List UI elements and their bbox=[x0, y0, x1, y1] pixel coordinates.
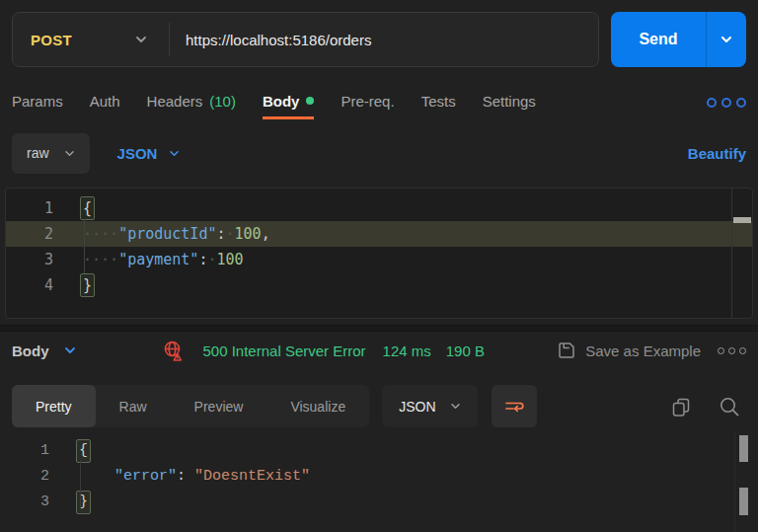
tab-tests[interactable]: Tests bbox=[421, 85, 456, 119]
response-view-toolbar: Pretty Raw Preview Visualize JSON bbox=[12, 385, 746, 427]
view-raw[interactable]: Raw bbox=[96, 385, 171, 427]
tab-settings[interactable]: Settings bbox=[483, 85, 536, 119]
method-selector[interactable]: POST bbox=[13, 32, 169, 48]
line-number: 2 bbox=[6, 221, 53, 247]
response-status: 500 Internal Server Error bbox=[203, 342, 366, 359]
body-format-value: raw bbox=[27, 145, 49, 161]
tab-headers-label: Headers bbox=[147, 93, 203, 110]
response-language-value: JSON bbox=[399, 399, 435, 415]
response-language-dropdown[interactable]: JSON bbox=[382, 385, 477, 427]
response-body-dropdown-icon[interactable] bbox=[64, 346, 76, 354]
response-body-viewer[interactable]: 1 { 2 "error": "DoesntExist" 3 } bbox=[0, 432, 758, 532]
line-number: 4 bbox=[6, 272, 53, 298]
beautify-button[interactable]: Beautify bbox=[688, 145, 746, 162]
save-as-example-button[interactable]: Save as Example bbox=[557, 341, 701, 360]
body-language-dropdown[interactable]: JSON bbox=[117, 145, 181, 162]
wrap-lines-icon bbox=[503, 398, 525, 416]
response-time: 124 ms bbox=[383, 342, 431, 359]
body-language-value: JSON bbox=[117, 145, 158, 162]
chevron-down-icon bbox=[64, 150, 75, 157]
scrollbar-track bbox=[734, 432, 735, 532]
tab-params[interactable]: Params bbox=[12, 85, 63, 119]
line-number: 2 bbox=[0, 464, 49, 490]
headers-count-badge: (10) bbox=[209, 93, 236, 110]
pane-resize-handle[interactable] bbox=[0, 325, 758, 332]
tab-body[interactable]: Body bbox=[263, 85, 315, 119]
send-button[interactable]: Send bbox=[611, 12, 707, 67]
url-input[interactable] bbox=[170, 32, 598, 48]
save-icon bbox=[557, 341, 576, 360]
tab-auth[interactable]: Auth bbox=[90, 85, 120, 119]
tab-headers[interactable]: Headers (10) bbox=[147, 85, 236, 119]
chevron-down-icon bbox=[450, 403, 461, 410]
line-number: 3 bbox=[0, 490, 49, 515]
api-client-window: POST Send Params Auth Headers bbox=[0, 0, 758, 532]
scrollbar-marker bbox=[733, 217, 751, 223]
scrollbar-thumb[interactable] bbox=[739, 435, 748, 462]
save-as-example-label: Save as Example bbox=[585, 342, 701, 359]
body-content-dot bbox=[306, 97, 314, 105]
response-view-switcher: Pretty Raw Preview Visualize bbox=[12, 385, 369, 427]
code-line-active: 2 ····"productId":·100, bbox=[6, 221, 752, 247]
request-body-editor[interactable]: 1 { 2 ····"productId":·100, 3 ····"payme… bbox=[5, 188, 753, 319]
open-brace: { bbox=[80, 196, 95, 220]
chevron-down-icon bbox=[135, 36, 147, 43]
request-url-row: POST Send bbox=[12, 12, 746, 67]
view-visualize[interactable]: Visualize bbox=[266, 385, 369, 427]
editor-scrollbar[interactable] bbox=[731, 189, 752, 318]
close-brace: } bbox=[80, 273, 95, 297]
close-brace: } bbox=[76, 491, 91, 514]
line-number: 1 bbox=[0, 438, 49, 464]
tab-prereq-label: Pre-req. bbox=[341, 93, 394, 110]
body-format-toolbar: raw JSON Beautify bbox=[12, 132, 746, 174]
tab-auth-label: Auth bbox=[90, 93, 120, 110]
more-options-icon[interactable] bbox=[707, 85, 746, 119]
send-button-group: Send bbox=[611, 12, 746, 67]
code-line: 1 { bbox=[0, 438, 758, 464]
copy-response-button[interactable] bbox=[670, 396, 692, 418]
response-body-label: Body bbox=[12, 342, 49, 359]
open-brace: { bbox=[76, 439, 91, 463]
tab-settings-label: Settings bbox=[483, 93, 536, 110]
tab-body-label: Body bbox=[263, 93, 300, 110]
code-line: 3 ····"payment":·100 bbox=[6, 247, 752, 272]
network-error-icon[interactable] bbox=[163, 340, 187, 362]
chevron-down-icon bbox=[169, 150, 180, 157]
code-line: 3 } bbox=[0, 490, 758, 515]
wrap-lines-button[interactable] bbox=[492, 385, 537, 427]
response-size: 190 B bbox=[446, 342, 485, 359]
tab-params-label: Params bbox=[12, 93, 63, 110]
request-bar: POST bbox=[12, 12, 599, 67]
tab-prereq[interactable]: Pre-req. bbox=[341, 85, 394, 119]
code-line: 4 } bbox=[6, 272, 752, 298]
scrollbar-thumb[interactable] bbox=[739, 488, 748, 515]
code-line: 2 "error": "DoesntExist" bbox=[0, 464, 758, 490]
body-format-dropdown[interactable]: raw bbox=[12, 133, 90, 174]
indent-guide bbox=[84, 219, 85, 273]
line-number: 1 bbox=[6, 195, 53, 221]
tab-tests-label: Tests bbox=[421, 93, 456, 110]
send-options-button[interactable] bbox=[707, 12, 746, 67]
request-tabs: Params Auth Headers (10) Body Pre-req. T… bbox=[12, 85, 746, 119]
search-icon bbox=[719, 396, 740, 418]
response-more-options-icon[interactable] bbox=[718, 347, 746, 354]
view-pretty[interactable]: Pretty bbox=[12, 385, 96, 427]
indent-guide bbox=[80, 460, 81, 509]
chevron-down-icon bbox=[720, 36, 732, 43]
line-number: 3 bbox=[6, 247, 53, 272]
code-line: 1 { bbox=[6, 195, 752, 221]
search-response-button[interactable] bbox=[719, 396, 740, 418]
response-meta-row: Body 500 Internal Server Error 124 ms 19… bbox=[12, 334, 746, 367]
method-label: POST bbox=[31, 32, 72, 48]
copy-icon bbox=[670, 396, 692, 418]
view-preview[interactable]: Preview bbox=[171, 385, 267, 427]
